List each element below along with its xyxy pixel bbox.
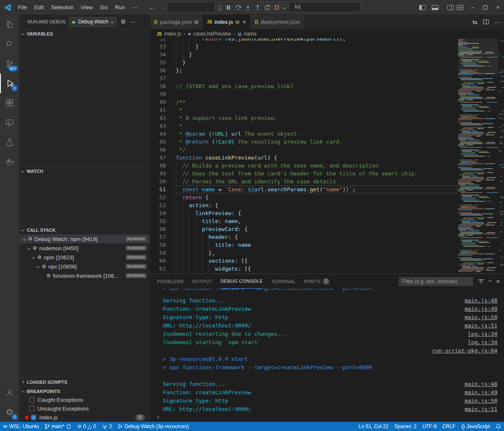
activity-run-and-debug[interactable]: 1 [0,74,19,93]
step-out-icon[interactable] [255,5,261,10]
close-panel-icon[interactable]: × [496,278,500,285]
activity-accounts[interactable] [0,383,19,402]
breadcrumb-symbol[interactable]: caseLinkPreview [193,31,231,37]
call-stack-item[interactable]: ⚙functions-framework [106...RUNNING [19,271,150,280]
section-loaded-scripts[interactable]: LOADED SCRIPTS [19,377,150,386]
step-over-icon[interactable] [235,5,241,10]
notifications-item[interactable] [493,422,504,431]
code-line[interactable]: 42 * A support case link preview. [150,114,457,122]
debug-launch-dropdown[interactable]: ▶ Debug Watch [69,17,117,27]
views-more-actions-icon[interactable]: ⋯ [130,18,136,25]
editor-more-actions-icon[interactable]: ⋯ [495,19,501,25]
menu-edit[interactable]: Edit [30,0,47,15]
source-link[interactable]: run-script-pkg.js:64 [432,347,497,355]
indentation-item[interactable]: Spaces: 2 [391,422,419,431]
code-editor[interactable]: 32return res.json(caseLinkPreview(parsed… [150,38,504,274]
code-line[interactable]: 45 * @return {!Card} The resulting previ… [150,138,457,146]
activity-settings[interactable]: ⚙ 1 [0,402,19,422]
section-call-stack[interactable]: CALL STACK [19,225,150,234]
source-link[interactable]: main.js:50 [465,313,497,322]
minimize-button[interactable]: – [466,0,479,15]
menu-more[interactable]: ⋯ [129,0,142,15]
activity-remote-explorer[interactable] [0,113,19,132]
panel-tab-debug-console[interactable]: DEBUG CONSOLE [220,274,263,289]
code-line[interactable]: 33} [150,43,457,51]
section-variables[interactable]: VARIABLES [19,29,150,38]
start-debug-icon[interactable]: ▶ [73,20,76,24]
cursor-position-item[interactable]: Ln 51, Col 22 [356,422,391,431]
breakpoint-item[interactable]: Caught Exceptions [19,396,150,404]
code-line[interactable]: 32return res.json(caseLinkPreview(parsed… [150,38,457,43]
source-link[interactable]: main.js:49 [465,388,497,397]
code-line[interactable]: 40/** [150,98,457,106]
code-line[interactable]: 43 * [150,122,457,130]
code-line[interactable]: 58title: name [150,241,457,249]
code-line[interactable]: 51const name = `Case: ${url.searchParams… [150,185,457,193]
call-stack-item[interactable]: ⚙npx [10656]RUNNING [19,262,150,271]
code-line[interactable]: 56previewCard: { [150,225,457,233]
breadcrumb-symbol[interactable]: name [244,31,256,37]
tab-index-js[interactable]: JS index.js M × [203,15,251,29]
close-button[interactable]: × [491,0,504,15]
activity-containers[interactable] [0,152,19,172]
forwarded-ports-item[interactable]: 2 [99,422,115,431]
panel-tab-problems[interactable]: PROBLEMS [157,274,184,289]
code-line[interactable]: 55title: name, [150,217,457,225]
code-line[interactable]: 38// [START add_ons_case_preview_link] [150,82,457,90]
pause-icon[interactable] [225,5,231,10]
code-line[interactable]: 39 [150,90,457,98]
source-link[interactable]: main.js:48 [465,297,497,305]
eol-item[interactable]: CRLF [440,422,458,431]
debug-settings-gear-icon[interactable]: ⚙ [121,18,126,25]
gripper-icon[interactable] [218,5,222,11]
panel-tab-terminal[interactable]: TERMINAL [271,274,296,289]
problems-item[interactable]: ⊘ 0 △ 0 [74,422,99,431]
stop-icon[interactable] [274,5,280,10]
code-line[interactable]: 37 [150,74,457,82]
menu-selection[interactable]: Selection [47,0,77,15]
command-center[interactable]: tu] [167,2,360,12]
tab-package-json[interactable]: {} package.json M [150,15,203,29]
code-line[interactable]: 61widgets: [{ [150,265,457,273]
code-line[interactable]: 46 */ [150,146,457,154]
activity-explorer[interactable] [0,15,19,34]
back-button[interactable]: ← [149,4,155,11]
breakpoint-checkbox[interactable] [29,406,35,411]
toggle-primary-sidebar-icon[interactable] [416,0,429,15]
filter-icon[interactable] [478,279,484,284]
source-link[interactable]: main.js:49 [465,305,497,313]
code-line[interactable]: 34} [150,51,457,58]
call-stack-item[interactable]: ⚙npm [10623]RUNNING [19,253,150,262]
menu-file[interactable]: File [14,0,30,15]
code-line[interactable]: 47function caseLinkPreview(url) { [150,154,457,162]
breakpoint-item[interactable]: Uncaught Exceptions [19,404,150,413]
remote-indicator[interactable]: >< WSL: Ubuntu [0,422,42,431]
source-link[interactable]: main.js:48 [465,380,497,388]
code-line[interactable]: 59}, [150,249,457,257]
minimap[interactable] [458,38,498,274]
call-stack-item[interactable]: ⚙Debug Watch: npm [9419]RUNNING [19,234,150,243]
code-line[interactable]: 49// Uses the text from the card's heade… [150,170,457,177]
language-mode-item[interactable]: {} JavaScript [458,422,493,431]
panel-tab-ports[interactable]: PORTS2 [304,274,329,289]
activity-source-control[interactable]: 1K+ [0,54,19,74]
code-line[interactable]: 57header: { [150,233,457,241]
toggle-panel-icon[interactable] [429,0,441,15]
source-link[interactable]: main.js:51 [465,405,497,413]
source-link[interactable]: log.js:34 [468,338,497,347]
code-line[interactable]: 44 * @param {!URL} url The event object. [150,130,457,138]
breakpoint-checkbox[interactable]: ✓ [31,415,36,420]
breakpoint-item[interactable]: ✓index.js25 [19,413,150,422]
split-editor-icon[interactable] [483,20,489,24]
code-line[interactable]: 53action: { [150,201,457,209]
source-link[interactable]: log.js:34 [468,330,497,338]
activity-search[interactable] [0,34,19,54]
forward-button[interactable]: → [161,4,167,11]
call-stack-item[interactable]: ⚙nodemon [9450]RUNNING [19,243,150,253]
breadcrumb-file[interactable]: index.js [164,31,181,37]
code-line[interactable]: 35} [150,58,457,66]
console-filter-input[interactable] [399,277,473,286]
encoding-item[interactable]: UTF-8 [420,422,440,431]
source-link[interactable]: main.js:51 [465,322,497,330]
debug-toolbar-dropdown-icon[interactable] [283,6,286,9]
